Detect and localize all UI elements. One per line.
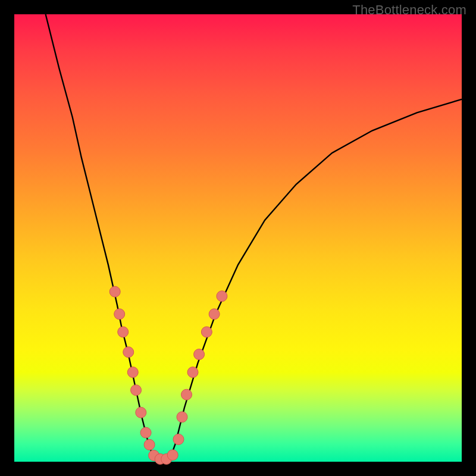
marker-dot [177,412,187,422]
bottleneck-curve [46,14,462,461]
chart-svg [14,14,462,462]
marker-dot-group [109,286,227,464]
marker-dot [173,434,184,444]
marker-dot [109,286,120,297]
chart-stage: TheBottleneck.com [0,0,476,476]
marker-dot [181,389,192,400]
marker-dot [187,367,198,378]
marker-dot [114,309,125,320]
marker-dot [167,450,178,461]
marker-dot [209,309,220,320]
marker-dot [201,327,212,337]
marker-dot [118,327,129,337]
marker-dot [127,367,138,378]
curve-group [46,14,462,461]
marker-dot [131,385,142,396]
marker-dot [140,427,151,438]
marker-dot [194,349,205,360]
marker-dot [123,347,134,358]
marker-dot [144,439,155,450]
marker-dot [136,407,146,418]
marker-dot [217,291,227,302]
